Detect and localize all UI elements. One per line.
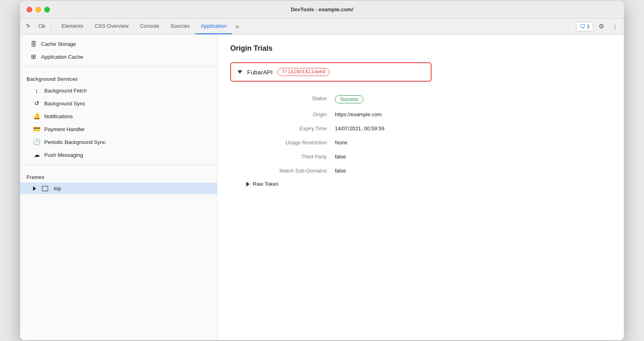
expiry-label: Expiry Time	[246, 121, 335, 136]
sidebar-item-top-frame[interactable]: top	[20, 183, 217, 194]
raw-token-row[interactable]: Raw Token	[230, 181, 611, 187]
devtools-window: DevTools - example.com/ Elements CSS Ove…	[20, 1, 624, 340]
trial-not-allowed-badge: TrialNotAllowed	[277, 68, 330, 76]
match-value: false	[335, 164, 611, 178]
badge-count: 1	[587, 24, 590, 29]
panel-title: Origin Trials	[230, 44, 611, 53]
sidebar-item-label: Push Messaging	[44, 152, 83, 158]
sidebar: 🗄 Cache Storage ⊞ Application Cache Back…	[20, 35, 217, 340]
sidebar-item-label: Periodic Background Sync	[44, 139, 105, 145]
background-fetch-icon: ↕	[33, 87, 40, 94]
svg-rect-1	[43, 25, 45, 27]
api-name: FubarAPI	[247, 69, 272, 76]
sidebar-item-notifications[interactable]: 🔔 Notifications	[20, 110, 217, 123]
notifications-icon: 🔔	[33, 113, 40, 120]
origin-label: Origin	[246, 107, 335, 121]
match-label: Match Sub-Domains	[246, 164, 335, 178]
sidebar-item-background-fetch[interactable]: ↕ Background Fetch	[20, 84, 217, 97]
sidebar-item-application-cache[interactable]: ⊞ Application Cache	[20, 50, 217, 63]
sidebar-item-label: Background Fetch	[44, 88, 87, 94]
settings-button[interactable]: ⚙	[596, 21, 607, 32]
status-label: Status	[246, 91, 335, 107]
success-badge: Success	[335, 95, 363, 103]
fubar-api-row[interactable]: FubarAPI TrialNotAllowed	[230, 62, 431, 82]
expiry-value: 14/07/2021, 00:59:59	[335, 121, 611, 136]
sidebar-item-label: Application Cache	[41, 54, 83, 60]
periodic-sync-icon: 🕐	[33, 138, 40, 146]
tab-console[interactable]: Console	[134, 18, 165, 34]
tab-sources[interactable]: Sources	[165, 18, 195, 34]
svg-rect-2	[42, 186, 48, 191]
messages-badge-button[interactable]: 🗨 1	[576, 22, 593, 31]
raw-token-expand-icon	[246, 182, 250, 187]
usage-value: None	[335, 136, 611, 150]
window-title: DevTools - example.com/	[291, 6, 353, 12]
background-sync-icon: ↺	[33, 100, 40, 107]
tabbar-right: 🗨 1 ⚙ ⋮	[576, 21, 621, 32]
sidebar-item-label: Background Sync	[44, 101, 85, 107]
toolbar-divider	[51, 23, 51, 31]
panel: Origin Trials FubarAPI TrialNotAllowed S…	[217, 35, 624, 340]
usage-label: Usage Restriction	[246, 136, 335, 150]
third-party-value: false	[335, 150, 611, 164]
frame-label: top	[54, 185, 61, 191]
raw-token-label: Raw Token	[253, 181, 279, 187]
tabbar: Elements CSS Overview Console Sources Ap…	[20, 18, 624, 35]
titlebar: DevTools - example.com/	[20, 1, 624, 18]
third-party-label: Third Party	[246, 150, 335, 164]
tabs: Elements CSS Overview Console Sources Ap…	[56, 18, 576, 34]
sidebar-item-periodic-background-sync[interactable]: 🕐 Periodic Background Sync	[20, 136, 217, 148]
push-messaging-icon: ☁	[33, 151, 40, 158]
device-toggle-icon[interactable]	[36, 21, 47, 32]
svg-rect-0	[39, 25, 43, 27]
message-icon: 🗨	[580, 23, 585, 30]
sidebar-item-payment-handler[interactable]: 💳 Payment Handler	[20, 123, 217, 136]
sidebar-item-label: Notifications	[44, 113, 73, 119]
sidebar-divider-2	[20, 164, 217, 165]
traffic-lights	[27, 7, 50, 12]
tab-application[interactable]: Application	[195, 18, 232, 34]
payment-handler-icon: 💳	[33, 125, 40, 133]
application-cache-icon: ⊞	[30, 53, 37, 60]
background-services-label: Background Services	[20, 70, 217, 84]
sidebar-item-push-messaging[interactable]: ☁ Push Messaging	[20, 148, 217, 161]
status-value: Success	[335, 91, 611, 107]
more-tabs-button[interactable]: »	[232, 18, 242, 34]
main-content: 🗄 Cache Storage ⊞ Application Cache Back…	[20, 35, 624, 340]
toolbar-icons	[23, 21, 53, 32]
sidebar-item-background-sync[interactable]: ↺ Background Sync	[20, 97, 217, 110]
frame-icon	[42, 186, 48, 191]
close-button[interactable]	[27, 7, 32, 12]
inspect-icon[interactable]	[23, 21, 35, 32]
tab-css-overview[interactable]: CSS Overview	[89, 18, 134, 34]
sidebar-item-label: Payment Handler	[44, 126, 85, 132]
expand-icon	[33, 186, 36, 191]
maximize-button[interactable]	[44, 7, 50, 12]
details-table: Status Success Origin https://example.co…	[230, 91, 611, 178]
sidebar-divider-1	[20, 66, 217, 67]
cache-storage-icon: 🗄	[30, 41, 37, 47]
tab-elements[interactable]: Elements	[56, 18, 89, 34]
sidebar-item-label: Cache Storage	[41, 41, 76, 47]
origin-value: https://example.com	[335, 107, 611, 121]
minimize-button[interactable]	[35, 7, 41, 12]
more-menu-button[interactable]: ⋮	[609, 21, 621, 32]
collapse-icon	[237, 70, 242, 74]
sidebar-item-cache-storage[interactable]: 🗄 Cache Storage	[20, 38, 217, 50]
frames-section-label: Frames	[20, 168, 217, 183]
